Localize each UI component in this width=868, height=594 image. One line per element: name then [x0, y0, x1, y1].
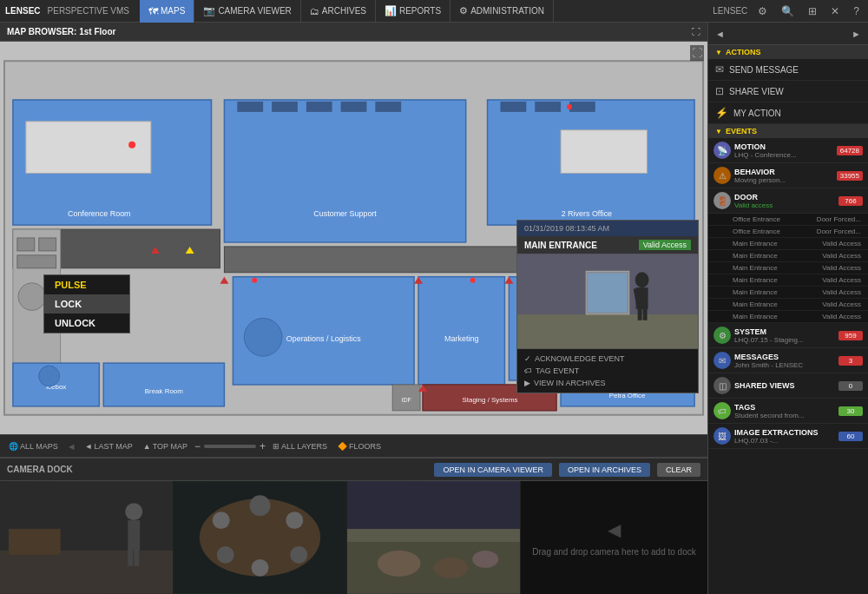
panel-left-arrow[interactable]: ◄ [715, 29, 725, 39]
messages-icon: ✉ [713, 352, 731, 369]
open-camera-viewer-btn[interactable]: OPEN IN CAMERA VIEWER [434, 463, 552, 477]
event-motion[interactable]: 📡 MOTION LHQ - Conference... 64728 [708, 138, 868, 163]
tab-maps[interactable]: 🗺 MAPS [140, 0, 194, 23]
floor-icon: 🔶 [338, 442, 347, 451]
open-archives-btn[interactable]: OPEN IN ARCHIVES [559, 463, 650, 477]
svg-rect-29 [103, 363, 224, 406]
svg-point-74 [286, 512, 303, 529]
svg-rect-14 [535, 102, 561, 112]
event-system[interactable]: ⚙ SYSTEM LHQ.07.15 - Staging... 959 [708, 323, 868, 348]
svg-rect-23 [39, 238, 56, 251]
event-shared-text: SHARED VIEWS [734, 381, 835, 390]
door-sub-item-5[interactable]: Main Entrance Valid Access [708, 262, 868, 274]
all-maps-label: ALL MAPS [20, 442, 58, 451]
event-tags[interactable]: 🏷 TAGS Student second from... 30 [708, 399, 868, 424]
svg-rect-5 [224, 100, 465, 242]
map-fullscreen-icon[interactable]: ⛶ [690, 45, 704, 61]
door-sub-location-1: Office Entrance [733, 215, 780, 223]
event-door-title: DOOR [734, 193, 835, 201]
tab-reports[interactable]: 📊 REPORTS [376, 0, 450, 23]
all-layers-btn[interactable]: ⊞ ALL LAYERS [269, 438, 331, 455]
event-popup: 01/31/2019 08:13:45 AM MAIN ENTRANCE Val… [516, 220, 699, 393]
tab-archives-label: ARCHIVES [322, 6, 366, 16]
event-shared-views[interactable]: ◫ SHARED VIEWS 0 [708, 373, 868, 399]
door-sub-items: Office Entrance Door Forced... Office En… [708, 214, 868, 323]
share-view-btn[interactable]: ⊡ SHARE VIEW [708, 81, 868, 102]
svg-text:Customer Support: Customer Support [313, 209, 377, 218]
events-section-header[interactable]: ▼ EVENTS [708, 124, 868, 138]
send-message-btn[interactable]: ✉ SEND MESSAGE [708, 59, 868, 81]
map-area[interactable]: Conference Room Customer Support [0, 42, 707, 434]
grid-icon[interactable]: ⊞ [805, 3, 820, 19]
svg-point-58 [635, 272, 649, 287]
camera-thumb-3[interactable] [347, 481, 521, 594]
actions-section-header[interactable]: ▼ ACTIONS [708, 45, 868, 59]
event-behavior[interactable]: ⚠ BEHAVIOR Moving person... 33955 [708, 163, 868, 188]
acknowledge-event-btn[interactable]: ✓ ACKNOWLEDGE EVENT [524, 353, 691, 365]
tab-camera-viewer[interactable]: 📷 CAMERA VIEWER [194, 0, 300, 23]
door-sub-item-4[interactable]: Main Entrance Valid Access [708, 250, 868, 262]
map-expand-icon[interactable]: ⛶ [692, 27, 700, 36]
panel-expand-icon[interactable]: ► [852, 29, 861, 39]
top-map-btn[interactable]: ▲ TOP MAP [140, 438, 191, 455]
event-extractions-text: IMAGE EXTRACTIONS LHQ.07.03 -... [734, 428, 835, 445]
event-popup-timestamp: 01/31/2019 08:13:45 AM [524, 224, 609, 233]
event-shared-badge: 0 [838, 381, 863, 391]
svg-point-28 [39, 366, 60, 386]
door-sub-item-7[interactable]: Main Entrance Valid Access [708, 287, 868, 299]
event-behavior-text: BEHAVIOR Moving person... [734, 168, 833, 184]
svg-point-4 [128, 142, 135, 148]
nav-tabs: 🗺 MAPS 📷 CAMERA VIEWER 🗂 ARCHIVES 📊 REPO… [140, 0, 554, 23]
svg-rect-66 [9, 529, 61, 555]
camera-dock-title: CAMERA DOCK [7, 465, 427, 474]
all-maps-btn[interactable]: 🌐 ALL MAPS [5, 438, 62, 455]
zoom-slider[interactable] [204, 445, 256, 448]
placeholder-text: Drag and drop camera here to add to dock [532, 547, 695, 557]
door-sub-item-9[interactable]: Main Entrance Valid Access [708, 311, 868, 323]
door-sub-item-8[interactable]: Main Entrance Valid Access [708, 299, 868, 311]
event-messages-subtitle: John Smith - LENSEC [734, 361, 835, 369]
svg-rect-81 [347, 529, 520, 542]
tab-administration[interactable]: ⚙ ADMINISTRATION [450, 0, 554, 23]
view-in-archives-btn[interactable]: ▶ VIEW IN ARCHIVES [524, 377, 691, 389]
door-sub-item-6[interactable]: Main Entrance Valid Access [708, 274, 868, 287]
zoom-plus-icon[interactable]: + [260, 440, 266, 452]
camera-thumb-2[interactable] [174, 481, 347, 594]
svg-rect-24 [17, 255, 56, 268]
popup-unlock[interactable]: UNLOCK [44, 314, 129, 333]
door-sub-item-3[interactable]: Main Entrance Valid Access [708, 238, 868, 250]
event-motion-subtitle: LHQ - Conference... [734, 151, 833, 159]
clear-btn[interactable]: CLEAR [657, 463, 700, 477]
event-system-subtitle: LHQ.07.15 - Staging... [734, 336, 835, 344]
nav-right: LENSEC ⚙ 🔍 ⊞ ✕ ? [713, 3, 863, 19]
close-icon[interactable]: ✕ [827, 3, 843, 19]
events-title: EVENTS [726, 127, 757, 135]
tab-archives[interactable]: 🗂 ARCHIVES [301, 0, 376, 23]
event-popup-image [517, 254, 698, 349]
camera-viewer-icon: 📷 [203, 5, 215, 16]
tag-event-btn[interactable]: 🏷 TAG EVENT [524, 365, 691, 377]
reports-icon: 📊 [385, 5, 397, 16]
last-map-btn[interactable]: ◄ LAST MAP [82, 438, 136, 455]
help-icon[interactable]: ? [850, 3, 863, 19]
popup-pulse[interactable]: PULSE [44, 275, 129, 294]
nav-user-label: LENSEC [713, 6, 747, 16]
door-sub-event-4: Valid Access [822, 252, 861, 260]
svg-point-84 [472, 551, 498, 568]
floors-btn[interactable]: 🔶 FLOORS [334, 438, 385, 455]
event-extractions[interactable]: 🖼 IMAGE EXTRACTIONS LHQ.07.03 -... 60 [708, 424, 868, 449]
zoom-minus-icon[interactable]: − [194, 440, 201, 452]
event-messages[interactable]: ✉ MESSAGES John Smith - LENSEC 3 [708, 348, 868, 373]
door-sub-item-2[interactable]: Office Entrance Door Forced... [708, 226, 868, 238]
svg-text:Break Room: Break Room [145, 387, 184, 395]
camera-thumb-1[interactable] [0, 481, 174, 594]
search-icon[interactable]: 🔍 [778, 3, 798, 19]
popup-lock[interactable]: LOCK [44, 294, 129, 314]
door-sub-event-3: Valid Access [822, 240, 861, 248]
my-action-btn[interactable]: ⚡ MY ACTION [708, 102, 868, 124]
drag-drop-icon: ◀ [608, 519, 621, 540]
door-sub-item-1[interactable]: Office Entrance Door Forced... [708, 214, 868, 226]
svg-text:Conference Room: Conference Room [68, 209, 131, 218]
settings-icon[interactable]: ⚙ [754, 3, 771, 19]
event-door[interactable]: 🚪 DOOR Valid access 766 [708, 188, 868, 214]
